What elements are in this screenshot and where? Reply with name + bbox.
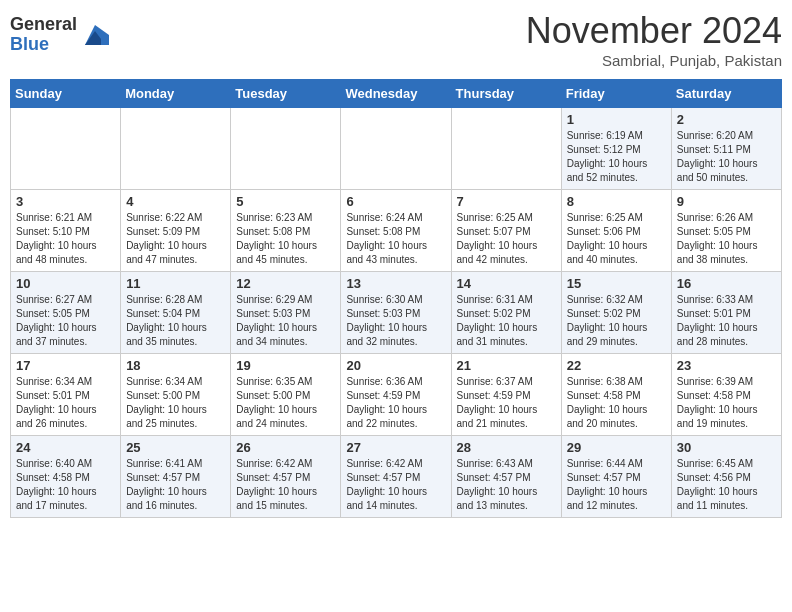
day-info: Sunrise: 6:36 AM Sunset: 4:59 PM Dayligh…: [346, 375, 445, 431]
calendar-cell: [121, 108, 231, 190]
day-info: Sunrise: 6:19 AM Sunset: 5:12 PM Dayligh…: [567, 129, 666, 185]
calendar-cell: 19Sunrise: 6:35 AM Sunset: 5:00 PM Dayli…: [231, 354, 341, 436]
header-day-wednesday: Wednesday: [341, 80, 451, 108]
day-number: 2: [677, 112, 776, 127]
header-day-monday: Monday: [121, 80, 231, 108]
calendar-cell: 21Sunrise: 6:37 AM Sunset: 4:59 PM Dayli…: [451, 354, 561, 436]
day-info: Sunrise: 6:20 AM Sunset: 5:11 PM Dayligh…: [677, 129, 776, 185]
day-info: Sunrise: 6:43 AM Sunset: 4:57 PM Dayligh…: [457, 457, 556, 513]
calendar-cell: 30Sunrise: 6:45 AM Sunset: 4:56 PM Dayli…: [671, 436, 781, 518]
day-info: Sunrise: 6:22 AM Sunset: 5:09 PM Dayligh…: [126, 211, 225, 267]
calendar-cell: 7Sunrise: 6:25 AM Sunset: 5:07 PM Daylig…: [451, 190, 561, 272]
day-info: Sunrise: 6:37 AM Sunset: 4:59 PM Dayligh…: [457, 375, 556, 431]
day-info: Sunrise: 6:29 AM Sunset: 5:03 PM Dayligh…: [236, 293, 335, 349]
day-info: Sunrise: 6:25 AM Sunset: 5:06 PM Dayligh…: [567, 211, 666, 267]
logo-blue: Blue: [10, 35, 77, 55]
calendar-cell: 25Sunrise: 6:41 AM Sunset: 4:57 PM Dayli…: [121, 436, 231, 518]
day-number: 14: [457, 276, 556, 291]
day-number: 13: [346, 276, 445, 291]
day-number: 9: [677, 194, 776, 209]
day-info: Sunrise: 6:32 AM Sunset: 5:02 PM Dayligh…: [567, 293, 666, 349]
day-number: 12: [236, 276, 335, 291]
day-info: Sunrise: 6:28 AM Sunset: 5:04 PM Dayligh…: [126, 293, 225, 349]
calendar-cell: 27Sunrise: 6:42 AM Sunset: 4:57 PM Dayli…: [341, 436, 451, 518]
calendar-row: 10Sunrise: 6:27 AM Sunset: 5:05 PM Dayli…: [11, 272, 782, 354]
calendar-cell: 20Sunrise: 6:36 AM Sunset: 4:59 PM Dayli…: [341, 354, 451, 436]
day-info: Sunrise: 6:24 AM Sunset: 5:08 PM Dayligh…: [346, 211, 445, 267]
calendar-row: 3Sunrise: 6:21 AM Sunset: 5:10 PM Daylig…: [11, 190, 782, 272]
calendar-cell: 23Sunrise: 6:39 AM Sunset: 4:58 PM Dayli…: [671, 354, 781, 436]
calendar-cell: 5Sunrise: 6:23 AM Sunset: 5:08 PM Daylig…: [231, 190, 341, 272]
day-number: 29: [567, 440, 666, 455]
calendar-cell: 18Sunrise: 6:34 AM Sunset: 5:00 PM Dayli…: [121, 354, 231, 436]
day-info: Sunrise: 6:45 AM Sunset: 4:56 PM Dayligh…: [677, 457, 776, 513]
day-info: Sunrise: 6:42 AM Sunset: 4:57 PM Dayligh…: [346, 457, 445, 513]
day-number: 28: [457, 440, 556, 455]
day-number: 22: [567, 358, 666, 373]
day-number: 1: [567, 112, 666, 127]
day-number: 3: [16, 194, 115, 209]
day-info: Sunrise: 6:23 AM Sunset: 5:08 PM Dayligh…: [236, 211, 335, 267]
day-number: 30: [677, 440, 776, 455]
header-day-friday: Friday: [561, 80, 671, 108]
logo-text: General Blue: [10, 15, 77, 55]
calendar-row: 1Sunrise: 6:19 AM Sunset: 5:12 PM Daylig…: [11, 108, 782, 190]
day-number: 20: [346, 358, 445, 373]
calendar-row: 24Sunrise: 6:40 AM Sunset: 4:58 PM Dayli…: [11, 436, 782, 518]
logo-general: General: [10, 15, 77, 35]
calendar-cell: [451, 108, 561, 190]
day-info: Sunrise: 6:26 AM Sunset: 5:05 PM Dayligh…: [677, 211, 776, 267]
calendar-cell: 6Sunrise: 6:24 AM Sunset: 5:08 PM Daylig…: [341, 190, 451, 272]
day-info: Sunrise: 6:42 AM Sunset: 4:57 PM Dayligh…: [236, 457, 335, 513]
day-info: Sunrise: 6:35 AM Sunset: 5:00 PM Dayligh…: [236, 375, 335, 431]
calendar-table: SundayMondayTuesdayWednesdayThursdayFrid…: [10, 79, 782, 518]
day-info: Sunrise: 6:44 AM Sunset: 4:57 PM Dayligh…: [567, 457, 666, 513]
day-info: Sunrise: 6:21 AM Sunset: 5:10 PM Dayligh…: [16, 211, 115, 267]
calendar-cell: 14Sunrise: 6:31 AM Sunset: 5:02 PM Dayli…: [451, 272, 561, 354]
day-info: Sunrise: 6:40 AM Sunset: 4:58 PM Dayligh…: [16, 457, 115, 513]
day-info: Sunrise: 6:34 AM Sunset: 5:00 PM Dayligh…: [126, 375, 225, 431]
day-number: 27: [346, 440, 445, 455]
calendar-cell: [11, 108, 121, 190]
title-block: November 2024 Sambrial, Punjab, Pakistan: [526, 10, 782, 69]
calendar-cell: 28Sunrise: 6:43 AM Sunset: 4:57 PM Dayli…: [451, 436, 561, 518]
calendar-cell: 9Sunrise: 6:26 AM Sunset: 5:05 PM Daylig…: [671, 190, 781, 272]
month-title: November 2024: [526, 10, 782, 52]
calendar-cell: 3Sunrise: 6:21 AM Sunset: 5:10 PM Daylig…: [11, 190, 121, 272]
calendar-cell: 24Sunrise: 6:40 AM Sunset: 4:58 PM Dayli…: [11, 436, 121, 518]
day-info: Sunrise: 6:39 AM Sunset: 4:58 PM Dayligh…: [677, 375, 776, 431]
day-number: 5: [236, 194, 335, 209]
calendar-cell: 16Sunrise: 6:33 AM Sunset: 5:01 PM Dayli…: [671, 272, 781, 354]
calendar-cell: 13Sunrise: 6:30 AM Sunset: 5:03 PM Dayli…: [341, 272, 451, 354]
location: Sambrial, Punjab, Pakistan: [526, 52, 782, 69]
calendar-cell: 29Sunrise: 6:44 AM Sunset: 4:57 PM Dayli…: [561, 436, 671, 518]
day-info: Sunrise: 6:25 AM Sunset: 5:07 PM Dayligh…: [457, 211, 556, 267]
day-number: 7: [457, 194, 556, 209]
calendar-cell: [341, 108, 451, 190]
calendar-cell: 26Sunrise: 6:42 AM Sunset: 4:57 PM Dayli…: [231, 436, 341, 518]
calendar-cell: 12Sunrise: 6:29 AM Sunset: 5:03 PM Dayli…: [231, 272, 341, 354]
header-row: SundayMondayTuesdayWednesdayThursdayFrid…: [11, 80, 782, 108]
calendar-cell: 10Sunrise: 6:27 AM Sunset: 5:05 PM Dayli…: [11, 272, 121, 354]
day-info: Sunrise: 6:34 AM Sunset: 5:01 PM Dayligh…: [16, 375, 115, 431]
day-number: 25: [126, 440, 225, 455]
day-number: 23: [677, 358, 776, 373]
calendar-cell: 11Sunrise: 6:28 AM Sunset: 5:04 PM Dayli…: [121, 272, 231, 354]
day-number: 15: [567, 276, 666, 291]
day-info: Sunrise: 6:33 AM Sunset: 5:01 PM Dayligh…: [677, 293, 776, 349]
day-info: Sunrise: 6:41 AM Sunset: 4:57 PM Dayligh…: [126, 457, 225, 513]
day-number: 19: [236, 358, 335, 373]
logo-icon: [81, 21, 109, 49]
calendar-cell: [231, 108, 341, 190]
day-info: Sunrise: 6:38 AM Sunset: 4:58 PM Dayligh…: [567, 375, 666, 431]
day-number: 17: [16, 358, 115, 373]
calendar-cell: 2Sunrise: 6:20 AM Sunset: 5:11 PM Daylig…: [671, 108, 781, 190]
day-number: 21: [457, 358, 556, 373]
day-info: Sunrise: 6:31 AM Sunset: 5:02 PM Dayligh…: [457, 293, 556, 349]
header-day-saturday: Saturday: [671, 80, 781, 108]
day-number: 6: [346, 194, 445, 209]
day-number: 8: [567, 194, 666, 209]
page-header: General Blue November 2024 Sambrial, Pun…: [10, 10, 782, 69]
header-day-thursday: Thursday: [451, 80, 561, 108]
calendar-cell: 4Sunrise: 6:22 AM Sunset: 5:09 PM Daylig…: [121, 190, 231, 272]
